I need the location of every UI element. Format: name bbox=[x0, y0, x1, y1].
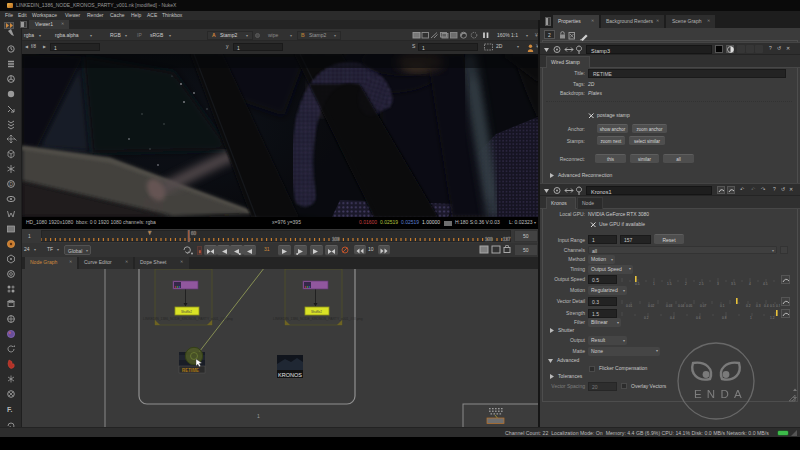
svg-text:0.4: 0.4 bbox=[764, 304, 769, 307]
svg-text:0.5: 0.5 bbox=[770, 304, 775, 307]
svg-text:Shuffle2: Shuffle2 bbox=[181, 310, 192, 314]
svg-text:0.07: 0.07 bbox=[700, 304, 706, 307]
svg-text:KRONOS: KRONOS bbox=[278, 372, 302, 378]
svg-text:1.5: 1.5 bbox=[667, 282, 672, 285]
svg-text:0.3: 0.3 bbox=[756, 304, 761, 307]
svg-text:130: 130 bbox=[485, 237, 493, 242]
svg-text:60: 60 bbox=[191, 231, 197, 236]
svg-text:D: D bbox=[9, 181, 13, 187]
svg-text:Shuffle2: Shuffle2 bbox=[311, 310, 322, 314]
svg-text:137: 137 bbox=[503, 237, 511, 242]
svg-text:1: 1 bbox=[257, 413, 260, 419]
svg-text:0.01: 0.01 bbox=[626, 304, 632, 307]
svg-text:2.5: 2.5 bbox=[699, 282, 704, 285]
svg-text:0.8: 0.8 bbox=[722, 316, 727, 319]
svg-text:1: 1 bbox=[750, 316, 752, 319]
svg-text:3: 3 bbox=[717, 282, 719, 285]
svg-text:0.05: 0.05 bbox=[686, 304, 692, 307]
svg-text:0.4: 0.4 bbox=[670, 316, 675, 319]
svg-text:0.1: 0.1 bbox=[720, 304, 725, 307]
svg-text:0.2: 0.2 bbox=[746, 304, 751, 307]
svg-text:2: 2 bbox=[685, 282, 687, 285]
svg-text:0.03: 0.03 bbox=[666, 304, 672, 307]
svg-text:0.6: 0.6 bbox=[696, 316, 701, 319]
svg-text:0.04: 0.04 bbox=[678, 304, 684, 307]
svg-text:LINKEDIN_1386_NODE_KRONOS_PART: LINKEDIN_1386_NODE_KRONOS_PARTY_v001_###… bbox=[143, 317, 233, 321]
svg-text:1.2: 1.2 bbox=[770, 316, 775, 319]
svg-text:100: 100 bbox=[332, 237, 340, 242]
svg-text:RETIME: RETIME bbox=[182, 368, 199, 373]
svg-text:LINKEDIN_1386_NODE_KRONOS_PART: LINKEDIN_1386_NODE_KRONOS_PARTY_v001_###… bbox=[273, 317, 363, 321]
svg-text:4: 4 bbox=[749, 282, 751, 285]
svg-text:3.5: 3.5 bbox=[731, 282, 736, 285]
svg-text:4.5: 4.5 bbox=[763, 282, 768, 285]
svg-text:0.2: 0.2 bbox=[644, 316, 649, 319]
svg-text:0.02: 0.02 bbox=[648, 304, 654, 307]
svg-text:0.5: 0.5 bbox=[635, 282, 640, 285]
svg-text:F.: F. bbox=[7, 406, 13, 413]
svg-text:ENDA: ENDA bbox=[694, 388, 747, 400]
svg-text:1: 1 bbox=[653, 282, 655, 285]
svg-text:0.7: 0.7 bbox=[776, 304, 780, 307]
